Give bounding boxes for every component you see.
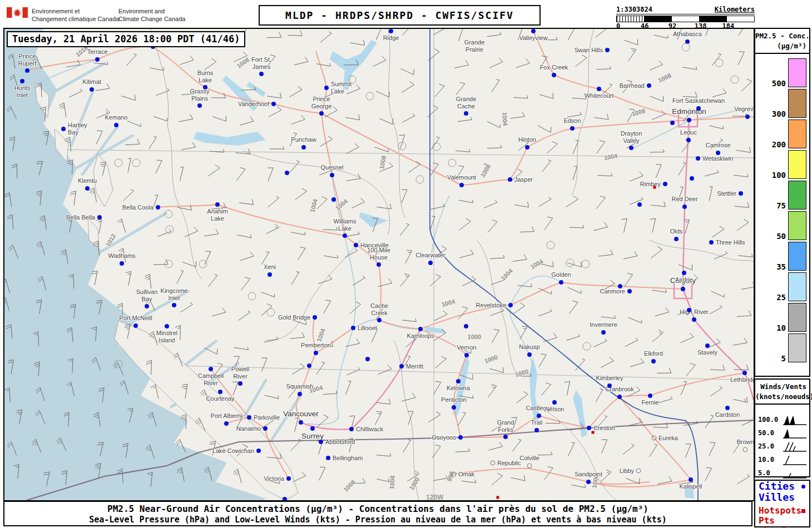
city-marker bbox=[165, 324, 169, 328]
city-label: Barrhead bbox=[620, 82, 645, 89]
city-marker bbox=[647, 83, 651, 88]
city-label: Hunts Inlet bbox=[14, 84, 31, 98]
city-label: Bella Coola bbox=[122, 204, 154, 211]
city-label: Grassy Plains bbox=[190, 88, 210, 102]
city-marker bbox=[627, 289, 632, 293]
city-marker bbox=[687, 308, 691, 312]
city-marker bbox=[354, 243, 358, 247]
department-name-en: Environment and Climate Change Canada bbox=[118, 7, 185, 23]
city-label: Lake Cowichan bbox=[212, 447, 254, 455]
winds-legend-title: Winds/Vents (knots/noeuds) bbox=[755, 380, 809, 402]
city-label: Brown bbox=[736, 439, 754, 446]
city-label: Fernie bbox=[641, 399, 658, 406]
city-label: Vanderhoof bbox=[238, 101, 269, 108]
city-label: Olds bbox=[670, 228, 683, 235]
city-label: Kitimat bbox=[82, 78, 101, 86]
city-marker bbox=[20, 79, 24, 83]
city-label: Eureka bbox=[658, 435, 678, 442]
pm25-color-swatch bbox=[788, 333, 806, 362]
calm-wind-circle bbox=[433, 143, 441, 151]
city-label: Red Deer bbox=[671, 196, 697, 203]
hotspot-marker bbox=[592, 431, 595, 434]
city-label: High River bbox=[680, 308, 708, 316]
pm25-color-swatch bbox=[788, 150, 806, 179]
city-marker bbox=[301, 145, 306, 150]
pm25-color-swatch bbox=[788, 58, 806, 87]
city-label: Colville bbox=[519, 455, 539, 462]
caption-line2: Sea-Level Pressure (hPa) and Low-Level W… bbox=[4, 515, 751, 525]
isobar-label: 1004 bbox=[309, 198, 319, 213]
city-marker bbox=[61, 127, 66, 131]
city-label: Hanceville bbox=[360, 242, 389, 249]
city-marker bbox=[215, 202, 220, 207]
city-label: Valleyview bbox=[519, 34, 547, 42]
city-marker bbox=[365, 357, 370, 361]
city-marker bbox=[696, 106, 701, 111]
city-label: Grande Cache bbox=[456, 96, 477, 109]
city-label: Grand Forks bbox=[497, 419, 514, 433]
city-label: Gold Bridge bbox=[278, 314, 310, 321]
pm25-legend-row: 50 bbox=[755, 211, 809, 241]
isobar-label: 1008 bbox=[236, 56, 251, 69]
city-label: Osoyoos bbox=[432, 434, 456, 441]
city-marker bbox=[120, 261, 124, 266]
pm25-threshold-label: 35 bbox=[776, 262, 786, 271]
city-label: Fox Creek bbox=[540, 64, 568, 71]
isobar-label: 1000 bbox=[408, 476, 421, 491]
caption-line1: PM2.5 Near-Ground Air Concentrations (µg… bbox=[4, 504, 751, 514]
city-label: Three Hills bbox=[716, 239, 745, 246]
city-label: Abbotsford bbox=[325, 439, 355, 446]
city-marker bbox=[716, 151, 720, 155]
city-label: Canmore bbox=[600, 288, 625, 295]
city-label: Kemano bbox=[105, 114, 128, 121]
city-marker bbox=[618, 284, 622, 288]
calm-wind-circle bbox=[731, 76, 739, 84]
longitude-label: 120W bbox=[426, 494, 443, 501]
city-marker bbox=[456, 379, 461, 383]
scale-units-label: Kilometers bbox=[715, 6, 755, 13]
calm-wind-circle bbox=[566, 259, 575, 267]
city-marker bbox=[452, 405, 456, 410]
pm25-threshold-label: 500 bbox=[772, 79, 786, 88]
city-label: Lillooet bbox=[358, 325, 377, 332]
city-label: Vegreville bbox=[734, 106, 755, 113]
pm25-threshold-label: 300 bbox=[772, 109, 786, 118]
city-marker bbox=[503, 435, 508, 439]
cities-label-fr: Villes bbox=[759, 491, 795, 503]
pm25-color-swatch bbox=[788, 303, 806, 332]
city-label: Ridge bbox=[383, 34, 399, 42]
city-label: Stavely bbox=[697, 349, 717, 356]
city-label: Lethbridge bbox=[730, 376, 755, 383]
city-marker bbox=[692, 317, 696, 322]
city-label: Castlegar bbox=[526, 405, 552, 412]
city-marker bbox=[537, 414, 541, 418]
city-marker bbox=[259, 72, 264, 76]
city-marker bbox=[651, 359, 656, 363]
city-label: Port Alberni bbox=[211, 412, 242, 420]
wind-legend-row: 5.0 bbox=[755, 467, 809, 481]
canada-flag-icon bbox=[7, 7, 28, 18]
wind-legend-row: 50.0 bbox=[755, 427, 809, 441]
city-marker bbox=[133, 323, 138, 328]
city-marker bbox=[552, 400, 557, 405]
city-marker bbox=[238, 381, 242, 386]
city-marker bbox=[343, 233, 347, 238]
pm25-threshold-label: 25 bbox=[776, 293, 786, 302]
town-marker bbox=[636, 469, 641, 474]
wind-legend-row: 25.0 bbox=[755, 441, 809, 454]
calm-wind-circle bbox=[267, 308, 275, 317]
town-marker bbox=[527, 464, 532, 469]
city-label: Penticton bbox=[441, 396, 467, 404]
calm-wind-circle bbox=[448, 159, 457, 167]
hotspot-marker bbox=[653, 186, 656, 189]
city-label: Cardston bbox=[715, 411, 740, 419]
city-marker bbox=[299, 420, 303, 425]
city-label: Hartley Bay bbox=[68, 122, 87, 136]
city-marker bbox=[464, 324, 468, 328]
calm-wind-circle bbox=[115, 360, 123, 368]
town-marker bbox=[452, 472, 457, 477]
pm25-threshold-label: 10 bbox=[776, 323, 786, 332]
isobar-label: 1008 bbox=[631, 107, 646, 117]
city-marker bbox=[508, 177, 512, 182]
city-label: Quesnel bbox=[321, 164, 344, 171]
